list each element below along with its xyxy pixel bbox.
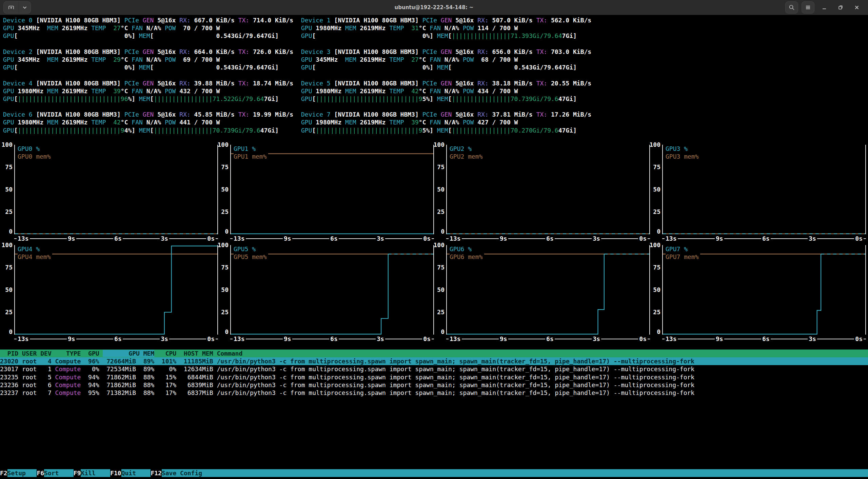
x-tick-label: 6s <box>329 235 339 242</box>
fkey-f6[interactable]: F6 <box>37 469 44 477</box>
x-axis: 13s9s6s3s0s <box>662 335 866 343</box>
fan-value: N/A% <box>146 119 165 126</box>
tx-value: 17.26 MiB/s <box>551 111 591 118</box>
gpu-clock: 345MHz <box>18 56 47 63</box>
process-row[interactable]: 23237 root 7 Compute 95% 71382MiB 88% 17… <box>0 389 868 397</box>
power-value: 434 / 700 W <box>477 87 518 95</box>
temp-value: 27 <box>110 24 121 32</box>
fkey-f12[interactable]: F12 <box>151 469 162 477</box>
x-tick-label: 0s <box>206 235 216 242</box>
process-row[interactable]: 23235 root 5 Compute 94% 71862MiB 88% 15… <box>0 373 868 381</box>
legend-gpu-mem: GPU6 mem% <box>450 253 484 261</box>
legend-gpu-mem: GPU7 mem% <box>666 253 700 261</box>
terminal-screen[interactable]: Device 0 [NVIDIA H100 80GB HBM3] PCIe GE… <box>0 15 868 479</box>
x-tick-label: 9s <box>715 335 724 343</box>
device-name: Device 2 <box>3 48 36 55</box>
device-model: [NVIDIA H100 80GB HBM3] <box>334 80 422 87</box>
mem-clock: 2619MHz <box>360 56 389 63</box>
pcie-gen-value: 5@16x <box>157 17 179 24</box>
fkey-action-setup[interactable]: Setup <box>7 469 37 477</box>
x-axis: 13s9s6s3s0s <box>14 335 218 343</box>
bar-value: 71.393Gi/79.64 <box>511 32 562 39</box>
y-axis-labels: 1007550250 <box>650 245 662 335</box>
x-tick-label: 0s <box>422 235 432 242</box>
device-name: Device 4 <box>3 80 36 87</box>
close-button[interactable] <box>850 2 863 13</box>
mem-clock: 2619MHz <box>62 87 91 95</box>
legend-gpu-util: GPU0 % <box>18 145 52 153</box>
device-name: Device 7 <box>301 111 334 118</box>
hamburger-menu-icon <box>805 4 811 11</box>
device-clocks-line: GPU 345MHz MEM 2619MHz TEMP 27°C FAN N/A… <box>3 24 301 32</box>
bar-value: 47Gi <box>558 95 573 102</box>
y-axis-labels: 1007550250 <box>434 245 446 335</box>
device-clocks-line: GPU 345MHz MEM 2619MHz TEMP 27°C FAN N/A… <box>301 56 868 63</box>
y-axis-labels: 1007550250 <box>650 145 662 234</box>
y-axis-labels: 1007550250 <box>218 145 230 234</box>
fkey-action-quit[interactable]: Quit <box>121 469 151 477</box>
process-command: /usr/bin/python3 -c from multiprocessing… <box>217 389 694 396</box>
bar-fill: |||||||||||||||| <box>452 127 510 134</box>
device-gauges-line: GPU[ 0%] MEM[||||||||||||||||71.393Gi/79… <box>301 32 868 40</box>
terminal-empty-area <box>0 397 868 469</box>
x-tick-label: 9s <box>67 235 76 242</box>
gpu-clock: 1980MHz <box>316 119 345 126</box>
gpu-chart-1: 1007550250GPU1 %GPU1 mem%13s9s6s3s0s <box>218 145 434 243</box>
x-axis: 13s9s6s3s0s <box>446 335 650 343</box>
process-row[interactable]: 23017 root 1 Compute 0% 72534MiB 89% 0% … <box>0 365 868 373</box>
x-tick-label: 0s <box>638 235 648 242</box>
chart-legend: GPU0 %GPU0 mem% <box>18 145 52 160</box>
tab-list-chevron-down-icon[interactable] <box>19 2 31 13</box>
minimize-button[interactable] <box>818 2 831 13</box>
device-block-2: Device 2 [NVIDIA H100 80GB HBM3] PCIe GE… <box>3 48 301 72</box>
tx-value: 20.55 MiB/s <box>551 80 591 87</box>
window-titlebar: ubuntu@192-222-54-148: ~ <box>0 0 868 15</box>
power-value: 427 / 700 W <box>477 119 518 126</box>
bar-value: 7Gi <box>264 95 275 102</box>
fkey-action-sort[interactable]: Sort <box>44 469 74 477</box>
search-button[interactable] <box>785 1 798 14</box>
fkey-f9[interactable]: F9 <box>74 469 81 477</box>
function-key-bar: F2Setup F6Sort F9Kill F10Quit F12Save Co… <box>0 469 868 477</box>
tx-value: 726.0 KiB/s <box>253 48 293 55</box>
fan-value: N/A% <box>445 87 463 95</box>
legend-gpu-util: GPU7 % <box>666 245 700 253</box>
new-tab-icon[interactable] <box>4 2 19 13</box>
device-block-0: Device 0 [NVIDIA H100 80GB HBM3] PCIe GE… <box>3 16 301 40</box>
x-tick-label: 6s <box>761 235 771 242</box>
chart-legend: GPU5 %GPU5 mem% <box>234 245 268 261</box>
bar-value: % <box>128 95 132 102</box>
fkey-action-kill[interactable]: Kill <box>81 469 110 477</box>
fkey-action-save-config[interactable]: Save Config <box>162 469 868 477</box>
minimize-icon <box>822 5 827 10</box>
temp-value: 39 <box>110 87 121 95</box>
gpu-chart-3: 1007550250GPU3 %GPU3 mem%13s9s6s3s0s <box>650 145 866 243</box>
new-tab-button-group[interactable] <box>3 1 31 14</box>
x-tick-label: 3s <box>376 235 385 242</box>
x-tick-label: 6s <box>545 335 555 343</box>
legend-gpu-util: GPU3 % <box>666 145 700 153</box>
x-tick-label: 3s <box>592 335 601 343</box>
process-table-header[interactable]: PID USER DEV TYPE GPU GPU MEM CPU HOST M… <box>0 350 868 357</box>
legend-gpu-util: GPU2 % <box>450 145 484 153</box>
chart-plot-area: GPU1 %GPU1 mem% <box>230 145 434 234</box>
tx-value: 714.0 KiB/s <box>253 17 293 24</box>
fkey-f10[interactable]: F10 <box>110 469 121 477</box>
device-name: Device 5 <box>301 80 334 87</box>
process-row-selected[interactable]: 23020 root 4 Compute 96% 72664MiB 89% 10… <box>0 357 868 365</box>
gpu-chart-5: 1007550250GPU5 %GPU5 mem%13s9s6s3s0s <box>218 245 434 343</box>
device-model: [NVIDIA H100 80GB HBM3] <box>36 80 124 87</box>
bar-value: 0% <box>124 64 132 71</box>
bar-value: 0.543Gi/79.647Gi <box>216 64 275 71</box>
x-tick-label: 13s <box>449 335 462 343</box>
x-tick-label: 6s <box>761 335 771 343</box>
x-axis: 13s9s6s3s0s <box>662 234 866 243</box>
fkey-f2[interactable]: F2 <box>0 469 7 477</box>
maximize-button[interactable] <box>834 2 847 13</box>
device-model: [NVIDIA H100 80GB HBM3] <box>334 48 422 55</box>
x-tick-label: 13s <box>665 335 678 343</box>
device-block-4: Device 4 [NVIDIA H100 80GB HBM3] PCIe GE… <box>3 79 301 103</box>
menu-button[interactable] <box>802 1 814 14</box>
chart-legend: GPU6 %GPU6 mem% <box>450 245 484 261</box>
process-row[interactable]: 23236 root 6 Compute 94% 71862MiB 88% 17… <box>0 381 868 389</box>
